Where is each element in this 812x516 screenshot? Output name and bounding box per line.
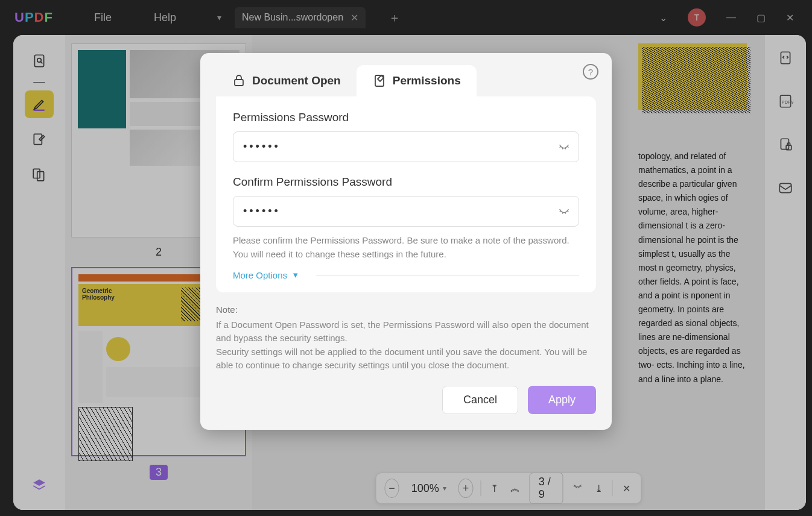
help-icon[interactable]: ? xyxy=(583,64,598,80)
show-password-icon[interactable] xyxy=(557,139,571,155)
confirm-password-label: Confirm Permissions Password xyxy=(233,175,579,189)
encrypt-dialog: ? Document Open Permissions Permissions … xyxy=(200,53,612,430)
svg-rect-12 xyxy=(235,80,243,86)
more-options-link[interactable]: More Options ▾ xyxy=(233,269,579,280)
permissions-password-input[interactable] xyxy=(233,131,579,162)
dialog-actions: Cancel Apply xyxy=(216,386,596,414)
confirm-password-input[interactable] xyxy=(233,196,579,227)
tab-permissions[interactable]: Permissions xyxy=(357,65,477,96)
cancel-button[interactable]: Cancel xyxy=(442,386,518,414)
chevron-down-icon: ▾ xyxy=(293,269,298,280)
apply-button[interactable]: Apply xyxy=(528,386,596,414)
show-password-icon[interactable] xyxy=(557,204,571,219)
password-helper-text: Please confirm the Permissions Password.… xyxy=(233,234,579,261)
modal-overlay: ? Document Open Permissions Permissions … xyxy=(0,0,812,516)
dialog-tabs: Document Open Permissions xyxy=(216,65,596,96)
permissions-password-label: Permissions Password xyxy=(233,111,579,124)
tab-document-open[interactable]: Document Open xyxy=(216,65,357,96)
permissions-panel: Permissions Password Confirm Permissions… xyxy=(216,96,596,292)
dialog-note: Note: If a Document Open Password is set… xyxy=(216,303,596,373)
